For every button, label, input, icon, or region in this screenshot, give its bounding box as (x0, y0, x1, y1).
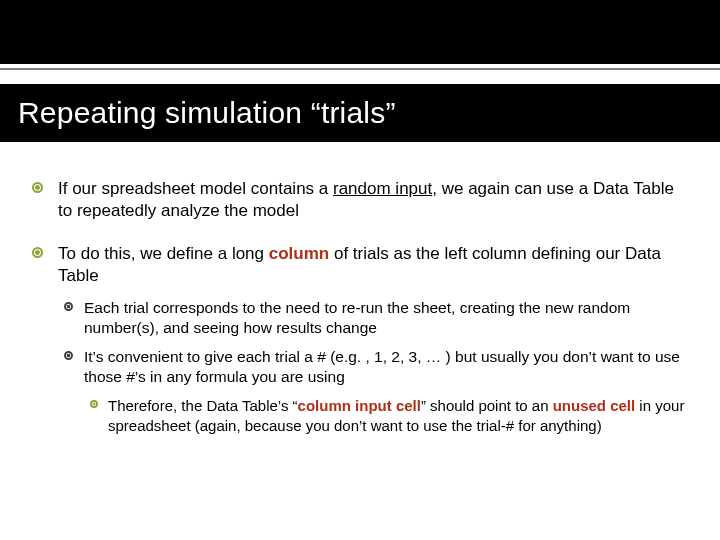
bullet-2-sub-2-sub-1: Therefore, the Data Table’s “column inpu… (84, 396, 690, 437)
bullet-1: If our spreadsheet model contains a rand… (28, 178, 690, 223)
bullet-2-sub-2-text: It’s convenient to give each trial a # (… (84, 348, 680, 385)
bullet-2-sub-2: It’s convenient to give each trial a # (… (58, 347, 690, 436)
bullet-2-sub-1: Each trial corresponds to the need to re… (58, 298, 690, 339)
bullet-1-underline: random input (333, 179, 432, 198)
b2s2s1-accent2: unused cell (553, 397, 636, 414)
divider-rule (0, 68, 720, 70)
b2s2s1-accent1: column input cell (298, 397, 421, 414)
title-bar: Repeating simulation “trials” (0, 84, 720, 142)
b2s2s1-pre: Therefore, the Data Table’s “ (108, 397, 298, 414)
slide-body: If our spreadsheet model contains a rand… (28, 178, 690, 456)
slide: Repeating simulation “trials” If our spr… (0, 0, 720, 540)
slide-title: Repeating simulation “trials” (0, 96, 396, 130)
bullet-2-accent: column (269, 244, 329, 263)
top-black-band (0, 0, 720, 64)
bullet-2: To do this, we define a long column of t… (28, 243, 690, 436)
b2s2s1-mid: ” should point to an (421, 397, 553, 414)
bullet-1-pre: If our spreadsheet model contains a (58, 179, 333, 198)
bullet-2-pre: To do this, we define a long (58, 244, 269, 263)
